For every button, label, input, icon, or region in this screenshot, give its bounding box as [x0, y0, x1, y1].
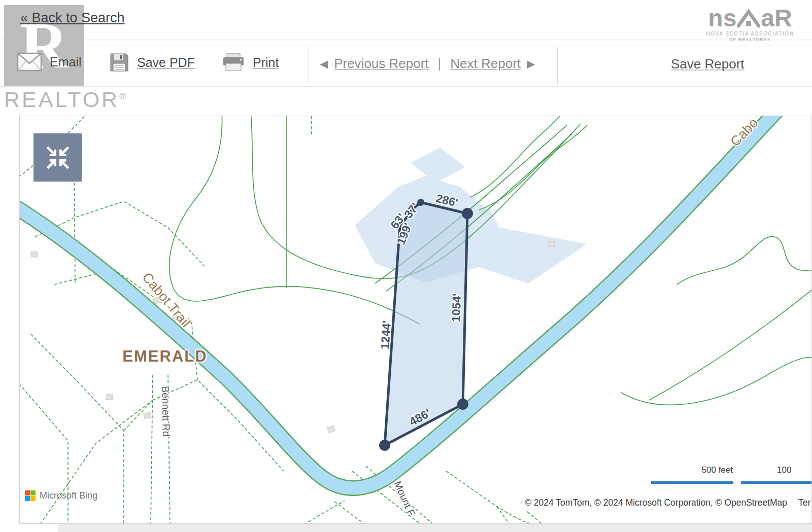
nsar-logo: ns aR NOVA SCOTIA ASSOCIATION OF REALTOR… [700, 7, 800, 42]
email-button[interactable]: Email [17, 52, 82, 72]
previous-arrow-icon: ◀ [320, 58, 328, 70]
bing-attribution: Microsoft Bing [25, 490, 97, 501]
microsoft-logo-icon [25, 490, 36, 501]
report-nav: ◀ Previous Report | Next Report ▶ [320, 56, 535, 72]
toolbar-divider [309, 47, 309, 85]
bing-label: Microsoft Bing [40, 490, 97, 501]
nsar-subtitle-2: OF REALTORS® [700, 37, 800, 42]
road-label-mount: Mount F [392, 479, 417, 518]
realtor-wordmark: REALTOR® [4, 87, 128, 112]
nsar-subtitle-1: NOVA SCOTIA ASSOCIATION [700, 31, 800, 37]
divider [0, 86, 812, 87]
previous-report-link[interactable]: Previous Report [334, 56, 428, 72]
terms-link[interactable]: Ter [798, 498, 810, 508]
vertex-dot [417, 199, 424, 206]
bottom-strip [58, 524, 812, 532]
scale-label-feet: 500 feet [631, 465, 733, 475]
vertex-dot [379, 440, 390, 451]
scale-label-metric: 100 [777, 465, 791, 475]
collapse-map-button[interactable] [33, 133, 82, 182]
divider [0, 46, 812, 46]
map-canvas[interactable]: 286' 37' 63' 199' 1244' 1054' 486' Cabot… [20, 116, 812, 524]
print-button[interactable]: Print [222, 52, 279, 73]
collapse-arrows-icon [45, 145, 71, 171]
next-report-link[interactable]: Next Report [450, 56, 521, 72]
printer-icon [222, 52, 245, 73]
floppy-disk-icon [109, 52, 129, 73]
save-report-link[interactable]: Save Report [671, 56, 745, 72]
divider [0, 40, 812, 40]
map-copyright: © 2024 TomTom, © 2024 Microsoft Corporat… [525, 498, 810, 508]
back-to-search-link[interactable]: « Back to Search [20, 10, 125, 26]
save-pdf-label[interactable]: Save PDF [137, 55, 195, 70]
nav-separator: | [438, 56, 442, 72]
community-label-emerald: EMERALD [122, 347, 207, 365]
measurement-left: 1244' [378, 320, 393, 349]
scale-bar-feet [651, 481, 733, 484]
house-roof-icon [737, 8, 760, 29]
save-pdf-button[interactable]: Save PDF [109, 52, 195, 73]
toolbar-divider [557, 47, 558, 85]
measurement-right: 1054' [449, 293, 463, 323]
nsar-logo-left: ns [708, 7, 736, 29]
envelope-icon [17, 52, 42, 72]
registered-mark: ® [119, 91, 128, 101]
scale-bar-metric [741, 481, 812, 484]
email-label[interactable]: Email [50, 55, 82, 69]
next-arrow-icon: ▶ [527, 58, 535, 70]
vertex-dot [457, 399, 468, 410]
nsar-logo-right: aR [761, 7, 792, 29]
road-label-bennett: Bennett Rd [160, 386, 172, 437]
print-label[interactable]: Print [253, 55, 279, 70]
map-container[interactable]: 286' 37' 63' 199' 1244' 1054' 486' Cabot… [19, 116, 812, 524]
vertex-dot [462, 208, 473, 219]
